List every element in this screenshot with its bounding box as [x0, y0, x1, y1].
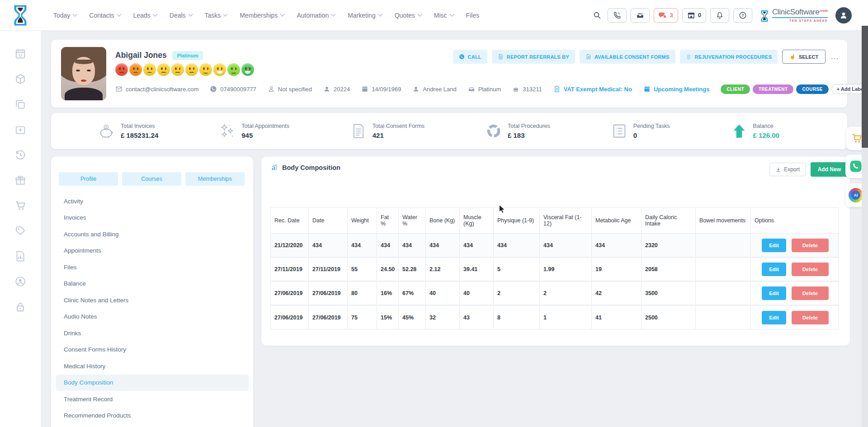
sidebar-item-medical-history[interactable]: Medical History	[56, 358, 249, 375]
help-button[interactable]	[733, 8, 752, 23]
store-button[interactable]: 0	[682, 8, 706, 23]
rail-copy-icon[interactable]	[14, 99, 26, 110]
sidebar-item-drinks[interactable]: Drinks	[56, 325, 249, 342]
menu-item-automation[interactable]: Automation	[297, 12, 335, 19]
menu-item-memberships[interactable]: Memberships	[240, 12, 284, 19]
menu-item-tasks[interactable]: Tasks	[205, 12, 227, 19]
add-new-button[interactable]: Add New	[811, 162, 848, 177]
cell: 45%	[399, 305, 426, 329]
rail-tag-icon[interactable]	[14, 225, 26, 237]
tab-memberships[interactable]: Memberships	[185, 172, 245, 186]
mood-face-3[interactable]	[143, 63, 156, 76]
edit-button[interactable]: Edit	[762, 263, 786, 276]
edit-button[interactable]: Edit	[762, 311, 786, 324]
menu-item-today[interactable]: Today	[53, 12, 76, 19]
menu-item-label: Memberships	[240, 12, 278, 19]
tag-client[interactable]: CLIENT	[721, 84, 750, 94]
detail-text: 20224	[334, 86, 350, 93]
sidebar-item-recommended-products[interactable]: Recommended Products	[56, 408, 249, 424]
cell: 1.99	[540, 258, 592, 282]
rejuvenation-procedures-button[interactable]: REJUVENATION PROCEDURES	[680, 50, 778, 64]
menu-item-marketing[interactable]: Marketing	[348, 12, 382, 19]
calendar-icon	[643, 85, 651, 93]
mood-face-8[interactable]	[213, 63, 226, 76]
rail-cart-icon[interactable]	[14, 200, 26, 211]
menu-item-contacts[interactable]: Contacts	[89, 12, 120, 19]
mood-face-2[interactable]	[129, 63, 142, 76]
column-header-metabolic-age: Metabolic Age	[592, 208, 642, 234]
user-avatar[interactable]	[835, 7, 852, 23]
detail-item[interactable]: VAT Exempt Medical: No	[553, 85, 632, 93]
stats-bar: Total Invoices£ 185231.24Total Appointme…	[51, 113, 847, 149]
edit-button[interactable]: Edit	[762, 286, 786, 300]
notifications-button[interactable]	[710, 8, 729, 23]
table-row: 21/12/2020434434434434434434434434434232…	[271, 234, 839, 258]
menu-item-files[interactable]: Files	[466, 12, 480, 19]
tag-treatment[interactable]: TREATMENT	[753, 84, 794, 94]
rail-lock-icon[interactable]	[14, 301, 26, 313]
rail-report-icon[interactable]	[14, 250, 26, 262]
export-button[interactable]: Export	[769, 163, 806, 176]
rail-packages-icon[interactable]	[14, 73, 26, 85]
tag-course[interactable]: COURSE	[796, 84, 828, 94]
rail-history-icon[interactable]	[14, 149, 26, 161]
menu-item-quotes[interactable]: Quotes	[395, 12, 421, 19]
column-header-bone-kg-: Bone (Kg)	[426, 208, 460, 234]
rail-calendar-icon[interactable]	[14, 48, 26, 60]
sidebar-item-appointments[interactable]: Appointments	[56, 243, 249, 259]
tab-profile[interactable]: Profile	[59, 172, 118, 186]
sidebar-item-audio-notes[interactable]: Audio Notes	[56, 309, 249, 325]
sidebar-item-treatment-record[interactable]: Treatment Record	[56, 391, 249, 408]
edit-button[interactable]: Edit	[762, 239, 786, 252]
report-referrals-by-button[interactable]: REPORT REFERRALS BY	[492, 50, 575, 64]
call-button[interactable]: CALL	[453, 50, 487, 64]
chat-button[interactable]: 3	[654, 8, 678, 23]
sidebar-item-consent-forms-history[interactable]: Consent Forms History	[56, 342, 249, 358]
available-consent-forms-button[interactable]: AVAILABLE CONSENT FORMS	[580, 50, 675, 64]
more-options-button[interactable]: ...	[831, 53, 839, 61]
mood-face-1[interactable]	[115, 63, 128, 76]
mood-face-7[interactable]	[199, 63, 212, 76]
download-icon	[775, 167, 781, 173]
stat-total-invoices: Total Invoices£ 185231.24	[99, 123, 158, 139]
sidebar-item-invoices[interactable]: Invoices	[56, 210, 249, 226]
select-button[interactable]: ☝SELECT	[782, 50, 826, 64]
sidebar-item-accounts-and-billing[interactable]: Accounts and Billing	[56, 226, 249, 243]
mood-face-6[interactable]	[185, 63, 198, 76]
delete-button[interactable]: Delete	[792, 263, 829, 276]
cell: 27/11/2019	[271, 258, 309, 282]
sidebar-item-balance[interactable]: Balance	[56, 276, 249, 292]
menu-item-leads[interactable]: Leads	[133, 12, 157, 19]
cell: 434	[309, 234, 348, 258]
scrollbar-thumb[interactable]	[862, 26, 868, 148]
rail-gift-icon[interactable]	[14, 174, 26, 186]
cell: 19	[592, 258, 642, 282]
donut-chart-icon	[486, 123, 502, 139]
rail-calendar-inbox-icon[interactable]	[14, 124, 26, 136]
tab-courses[interactable]: Courses	[122, 172, 181, 186]
mood-face-4[interactable]	[157, 63, 170, 76]
brand-tagline: TEN STEPS AHEAD	[772, 19, 828, 22]
delete-button[interactable]: Delete	[792, 286, 829, 300]
menu-item-misc[interactable]: Misc	[434, 12, 453, 19]
sidebar-item-activity[interactable]: Activity	[56, 193, 249, 210]
rail-user-clock-icon[interactable]	[14, 276, 26, 287]
app-logo[interactable]	[0, 5, 41, 26]
mood-face-9[interactable]	[227, 63, 240, 76]
detail-item[interactable]: Upcoming Meetings	[643, 85, 710, 93]
mood-face-10[interactable]	[241, 63, 254, 76]
detail-item: Andree Land	[412, 85, 456, 93]
task-list-icon	[611, 123, 627, 139]
sidebar-item-files[interactable]: Files	[56, 259, 249, 276]
detail-item: contact@clinicsoftware.com	[115, 85, 198, 93]
profile-tabs: ProfileCoursesMemberships	[59, 172, 245, 186]
delete-button[interactable]: Delete	[792, 311, 829, 324]
delete-button[interactable]: Delete	[792, 239, 829, 252]
sidebar-item-clinic-notes-and-letters[interactable]: Clinic Notes and Letters	[56, 292, 249, 309]
mood-face-5[interactable]	[171, 63, 184, 76]
search-icon[interactable]	[593, 11, 601, 19]
dialer-button[interactable]	[608, 8, 627, 23]
menu-item-deals[interactable]: Deals	[170, 12, 192, 19]
sidebar-item-body-composition[interactable]: Body Composition	[56, 375, 249, 391]
inbox-button[interactable]	[631, 8, 650, 23]
